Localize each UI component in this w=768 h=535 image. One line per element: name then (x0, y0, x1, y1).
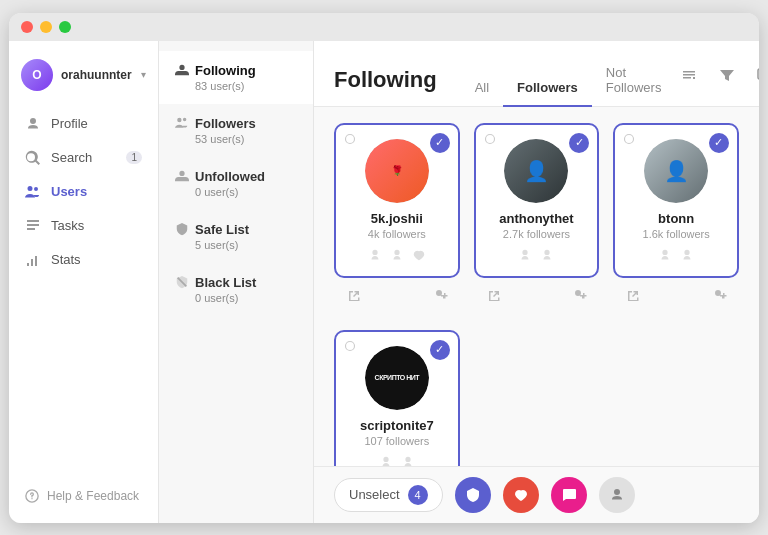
title-bar (9, 13, 759, 41)
card-with-actions-4: ✓ СКРИПТО НИТ scriptonite7 107 followers (334, 330, 460, 466)
empty-slot-2 (613, 330, 739, 466)
card-followers-4: 107 followers (364, 435, 429, 447)
card-followers-3: 1.6k followers (643, 228, 710, 240)
following-list: Following 83 user(s) Followers 53 user(s… (159, 41, 314, 523)
card-user-icon-3b (680, 248, 694, 262)
svg-point-8 (346, 341, 355, 350)
header-actions (675, 61, 759, 99)
tab-followers[interactable]: Followers (503, 70, 592, 107)
unfollowed-icon (175, 169, 189, 183)
card-1[interactable]: ✓ 🌹 5k.joshii 4k followers (334, 123, 460, 278)
card-follow-btn-3[interactable] (707, 284, 731, 312)
card-mini-icon-2 (484, 133, 496, 148)
list-icon (681, 67, 697, 83)
filter-icon (719, 67, 735, 83)
sidebar-item-tasks[interactable]: Tasks (9, 209, 158, 243)
card-avatar-4: СКРИПТО НИТ (365, 346, 429, 410)
stats-label: Stats (51, 252, 81, 267)
maximize-dot[interactable] (59, 21, 71, 33)
card-actions-1 (334, 280, 460, 316)
user-header[interactable]: O orahuunnter ▾ (9, 51, 158, 99)
svg-point-6 (485, 134, 494, 143)
user-action-icon (609, 487, 625, 503)
users-label: Users (51, 184, 87, 199)
heart-action-icon (513, 487, 529, 503)
tab-not-followers[interactable]: Not Followers (592, 55, 676, 107)
sidebar-item-profile[interactable]: Profile (9, 107, 158, 141)
following-list-item-following[interactable]: Following 83 user(s) (159, 51, 313, 104)
card-icons-2 (518, 248, 554, 262)
card-4[interactable]: ✓ СКРИПТО НИТ scriptonite7 107 followers (334, 330, 460, 466)
card-user-icon-2a (518, 248, 532, 262)
unselect-button[interactable]: Unselect 4 (334, 478, 443, 512)
action-shield-btn[interactable] (455, 477, 491, 513)
following-list-item-followers[interactable]: Followers 53 user(s) (159, 104, 313, 157)
card-3[interactable]: ✓ 👤 btonn 1.6k followers (613, 123, 739, 278)
card-icons-1 (368, 248, 426, 262)
card-check-2: ✓ (569, 133, 589, 153)
card-user-icon-4b (401, 455, 415, 466)
help-icon (25, 489, 39, 503)
shield-icon (175, 222, 189, 236)
card-icons-3 (658, 248, 694, 262)
card-user-icon-2b (540, 248, 554, 262)
tasks-label: Tasks (51, 218, 84, 233)
cards-grid: ✓ 🌹 5k.joshii 4k followers (334, 123, 739, 316)
help-feedback[interactable]: Help & Feedback (9, 479, 158, 513)
page-title: Following (334, 67, 437, 93)
action-heart-btn[interactable] (503, 477, 539, 513)
sidebar-item-users[interactable]: Users (9, 175, 158, 209)
card-with-actions-2: ✓ 👤 anthonythet 2.7k followers (474, 123, 600, 316)
card-username-2: anthonythet (499, 211, 573, 226)
svg-point-1 (31, 497, 32, 498)
card-check-4: ✓ (430, 340, 450, 360)
card-username-3: btonn (658, 211, 694, 226)
card-with-actions-3: ✓ 👤 btonn 1.6k followers (613, 123, 739, 316)
card-open-btn-2[interactable] (482, 284, 506, 312)
bottom-bar: Unselect 4 (314, 466, 759, 523)
sidebar-item-stats[interactable]: Stats (9, 243, 158, 277)
svg-point-7 (625, 134, 634, 143)
card-follow-btn-1[interactable] (428, 284, 452, 312)
svg-rect-4 (758, 69, 759, 79)
card-mini-icon-3 (623, 133, 635, 148)
svg-rect-3 (693, 77, 695, 79)
message-btn[interactable] (751, 61, 759, 89)
blacklist-icon (175, 275, 189, 289)
tab-all[interactable]: All (461, 70, 503, 107)
card-followers-2: 2.7k followers (503, 228, 570, 240)
sidebar: O orahuunnter ▾ Profile Search 1 (9, 41, 159, 523)
tabs: All Followers Not Followers (461, 55, 676, 106)
profile-label: Profile (51, 116, 88, 131)
following-list-item-unfollowed[interactable]: Unfollowed 0 user(s) (159, 157, 313, 210)
sidebar-item-search[interactable]: Search 1 (9, 141, 158, 175)
card-follow-btn-2[interactable] (567, 284, 591, 312)
unselect-count: 4 (408, 485, 428, 505)
avatar: O (21, 59, 53, 91)
app-window: O orahuunnter ▾ Profile Search 1 (9, 13, 759, 523)
minimize-dot[interactable] (40, 21, 52, 33)
search-badge: 1 (126, 151, 142, 164)
svg-point-5 (346, 134, 355, 143)
cards-area: ✓ 🌹 5k.joshii 4k followers (314, 107, 759, 466)
main-area: O orahuunnter ▾ Profile Search 1 (9, 41, 759, 523)
action-user-btn[interactable] (599, 477, 635, 513)
user-icon (25, 116, 41, 132)
card-open-btn-1[interactable] (342, 284, 366, 312)
help-label: Help & Feedback (47, 489, 139, 503)
following-list-item-safelist[interactable]: Safe List 5 user(s) (159, 210, 313, 263)
close-dot[interactable] (21, 21, 33, 33)
message-icon (757, 67, 759, 83)
card-open-btn-3[interactable] (621, 284, 645, 312)
following-list-item-blacklist[interactable]: Black List 0 user(s) (159, 263, 313, 316)
right-panel: Following 83 user(s) Followers 53 user(s… (159, 41, 759, 523)
list-view-btn[interactable] (675, 61, 703, 89)
following-icon (175, 63, 189, 77)
action-message-btn[interactable] (551, 477, 587, 513)
card-heart-icon-1 (412, 248, 426, 262)
filter-btn[interactable] (713, 61, 741, 89)
card-mini-icon-1 (344, 133, 356, 148)
card-user-icon-4a (379, 455, 393, 466)
card-2[interactable]: ✓ 👤 anthonythet 2.7k followers (474, 123, 600, 278)
users-icon (25, 184, 41, 200)
